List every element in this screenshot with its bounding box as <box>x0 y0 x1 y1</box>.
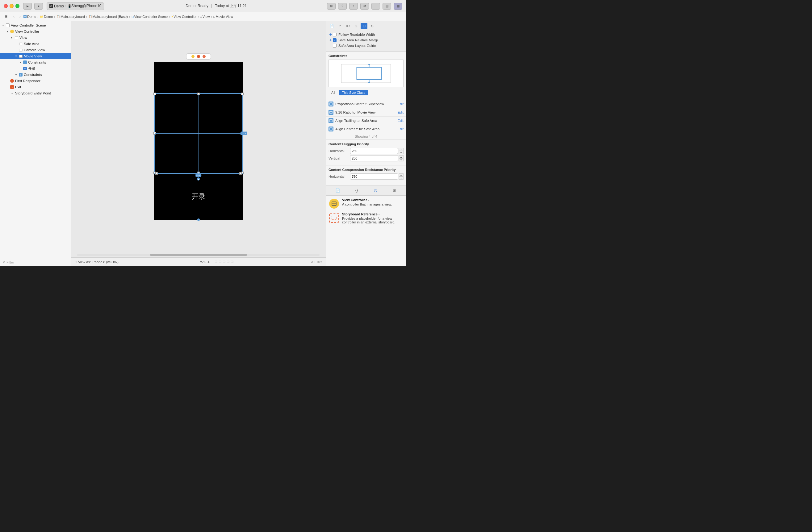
constraint-edit-2[interactable]: Edit <box>398 110 404 114</box>
compression-horizontal-select[interactable]: 750 <box>350 174 398 180</box>
stepper-down-v[interactable]: ▼ <box>398 158 404 161</box>
constraint-entry-3[interactable]: Align Trailing to: Safe Area Edit <box>326 117 406 125</box>
expand-vc[interactable] <box>5 30 9 33</box>
tree-item-constraints-mv[interactable]: T Constraints <box>0 59 71 65</box>
footer-icon1[interactable]: ⊞ <box>215 260 217 264</box>
constraint-edit-4[interactable]: Edit <box>398 127 404 131</box>
safe-area-margins-checkbox[interactable] <box>333 38 336 42</box>
back-nav-button[interactable]: ‹ <box>11 14 17 19</box>
insp-bottom-code-tab[interactable]: {} <box>353 187 360 194</box>
navigator-toggle-button[interactable]: ☰ <box>372 3 380 10</box>
safe-area-layout-checkbox[interactable] <box>333 44 336 47</box>
breadcrumb-vcscene[interactable]: ◻ View Controller Scene › <box>132 15 171 18</box>
scheme-sep: › <box>65 4 67 8</box>
tree-item-firstresponder[interactable]: ! First Responder <box>0 78 71 84</box>
stepper-up-v[interactable]: ▲ <box>398 155 404 158</box>
grid-toggle-button[interactable]: ⊞ <box>327 3 336 10</box>
run-button[interactable] <box>23 3 32 10</box>
tree-item-entrypoint[interactable]: → Storyboard Entry Point <box>0 90 71 96</box>
handle-tr[interactable] <box>241 92 244 95</box>
insp-bottom-file-tab[interactable]: 📄 <box>334 187 341 194</box>
expand-constraints-view[interactable] <box>14 73 18 76</box>
breadcrumb-mainstoryboard[interactable]: 📋 Main.storyboard › <box>57 15 88 18</box>
insp-size-icon[interactable]: ⊡ <box>361 23 367 29</box>
bottom-handle-tl[interactable] <box>155 172 158 175</box>
stepper-up-ch[interactable]: ▲ <box>398 174 404 177</box>
breadcrumb-demo[interactable]: 🅰 Demo › <box>24 15 39 18</box>
lib-item-vc[interactable]: View Controller - A controller that mana… <box>329 198 404 209</box>
footer-icon5[interactable]: ⊞ <box>231 260 233 264</box>
tree-item-safearea[interactable]: Safe Area <box>0 41 71 47</box>
footer-icon4[interactable]: ⊞ <box>227 260 229 264</box>
breadcrumb-demo2[interactable]: 📁 Demo › <box>40 15 56 18</box>
expand-movieview[interactable] <box>14 54 18 58</box>
add-constraint-button[interactable]: + <box>329 32 333 37</box>
feedback-button[interactable]: ? <box>338 3 347 10</box>
expand-constraints-mv[interactable] <box>18 60 22 64</box>
breadcrumb-vc[interactable]: ● View Controller › <box>171 15 200 18</box>
breadcrumb-mainstoryboard-base[interactable]: 📋 Main.storyboard (Base) › <box>89 15 131 18</box>
insp-identity-icon[interactable]: ID <box>345 23 351 29</box>
filter-label[interactable]: Filter <box>6 261 14 264</box>
constraint-edit-1[interactable]: Edit <box>398 102 404 106</box>
lib-item-sb[interactable]: Storyboard Reference - Provides a placeh… <box>329 212 404 224</box>
canvas-scrollbar[interactable] <box>77 254 320 256</box>
insp-question-icon[interactable]: ? <box>336 23 343 29</box>
expand-view[interactable] <box>10 36 14 40</box>
constraint-entry-2[interactable]: 9:16 Ratio to: Movie View Edit <box>326 108 406 117</box>
tree-item-view[interactable]: View <box>0 34 71 41</box>
tree-item-vc[interactable]: View Controller <box>0 28 71 34</box>
stepper-up-h[interactable]: ▲ <box>398 148 404 151</box>
bottom-handle-tr[interactable] <box>239 172 242 175</box>
tree-item-constraints-view[interactable]: T Constraints <box>0 72 71 78</box>
navigator-grid-button[interactable]: ⊞ <box>2 14 9 19</box>
breadcrumb-view[interactable]: □ View › <box>200 15 213 18</box>
insp-connections-icon[interactable]: ⊙ <box>369 23 375 29</box>
hugging-horizontal-select[interactable]: 250 <box>350 148 398 154</box>
follow-readable-width-checkbox[interactable] <box>333 33 336 36</box>
stop-button[interactable] <box>34 3 43 10</box>
tree-item-movieview[interactable]: Movie View <box>0 53 71 59</box>
inspector-toggle-button[interactable]: ▦ <box>394 3 402 10</box>
zoom-in-button[interactable]: + <box>207 260 209 264</box>
tree-item-kailu[interactable]: B 开录 <box>0 65 71 72</box>
tree-item-cameraview[interactable]: Camera View <box>0 47 71 53</box>
constraint-entry-4[interactable]: Align Center Y to: Safe Area Edit <box>326 125 406 133</box>
compression-horizontal-stepper[interactable]: ▲ ▼ <box>398 174 404 180</box>
canvas-scrollbar-thumb[interactable] <box>150 254 247 256</box>
back-forward-button[interactable]: ⇄ <box>360 3 369 10</box>
insp-bottom-grid-tab[interactable]: ⊞ <box>391 187 398 194</box>
insp-attr-icon[interactable]: ↑↓ <box>352 23 359 29</box>
minimize-button[interactable] <box>10 4 14 8</box>
footer-icon2[interactable]: ⊟ <box>219 260 221 264</box>
footer-icon3[interactable]: ⊡ <box>222 260 226 264</box>
forward-nav-button[interactable]: › <box>17 14 23 19</box>
scheme-selector[interactable]: 🅰 Demo › 📱 Sheng的iPhone10 <box>47 2 104 10</box>
insp-file-icon[interactable]: 📄 <box>329 23 335 29</box>
hugging-horizontal-stepper[interactable]: ▲ ▼ <box>398 148 404 154</box>
footer-filter-label[interactable]: Filter <box>315 260 322 264</box>
tree-item-vcscene[interactable]: View Controller Scene <box>0 22 71 28</box>
stepper-down-ch[interactable]: ▼ <box>398 177 404 180</box>
bottom-center-handle[interactable] <box>197 219 200 221</box>
close-button[interactable] <box>4 4 8 8</box>
maximize-button[interactable] <box>15 4 19 8</box>
constraint-edit-3[interactable]: Edit <box>398 119 404 122</box>
breadcrumb-movieview[interactable]: □ Movie View <box>213 15 233 18</box>
iphone-movie-view[interactable]: 16:9 <box>154 93 243 174</box>
constraint-entry-1[interactable]: Proportional Width t Superview Edit <box>326 100 406 108</box>
insp-bottom-circle-tab[interactable]: ◎ <box>372 187 379 194</box>
expand-vcscene[interactable] <box>1 24 5 27</box>
canvas-content[interactable]: 16:9 9:16 <box>71 21 326 252</box>
handle-tl[interactable] <box>154 92 156 95</box>
tree-item-exit[interactable]: → Exit <box>0 84 71 90</box>
tab-this-size-class[interactable]: This Size Class <box>339 90 368 95</box>
debug-toggle-button[interactable]: ▤ <box>382 3 391 10</box>
hugging-vertical-select[interactable]: 250 <box>350 155 398 161</box>
zoom-out-button[interactable]: − <box>195 260 198 264</box>
share-button[interactable]: ↑ <box>349 3 358 10</box>
tab-all[interactable]: All <box>329 90 338 95</box>
stepper-down-h[interactable]: ▼ <box>398 151 404 154</box>
hugging-vertical-stepper[interactable]: ▲ ▼ <box>398 155 404 161</box>
add-safe-area-button[interactable]: + <box>329 38 333 42</box>
